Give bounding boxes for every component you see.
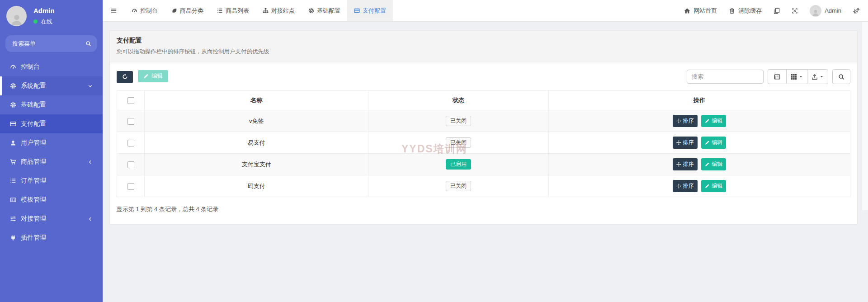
table-row: 支付宝支付 已启用 排序 编辑 bbox=[117, 154, 850, 175]
sidebar-item-label: 订单管理 bbox=[21, 177, 46, 185]
online-status-dot bbox=[33, 19, 38, 24]
edit-button[interactable]: 编辑 bbox=[701, 180, 726, 192]
table-head: 名称状态操作 bbox=[117, 91, 850, 110]
menu-search-box[interactable] bbox=[5, 35, 97, 52]
column-header[interactable]: 名称 bbox=[145, 91, 368, 110]
sidebar-item-product-management[interactable]: 商品管理 bbox=[0, 152, 103, 171]
pages-button[interactable] bbox=[768, 0, 786, 21]
columns-button[interactable] bbox=[786, 69, 807, 84]
clear-cache-button[interactable]: 清除缓存 bbox=[723, 0, 768, 21]
status-badge: 已关闭 bbox=[446, 137, 471, 148]
sitemap-icon bbox=[263, 7, 269, 14]
toolbar-right bbox=[687, 69, 850, 84]
column-header[interactable]: 操作 bbox=[548, 91, 850, 110]
sort-button[interactable]: 排序 bbox=[673, 137, 698, 149]
list-icon bbox=[10, 178, 18, 184]
edit-button[interactable]: 编辑 bbox=[701, 158, 726, 170]
sort-button[interactable]: 排序 bbox=[673, 115, 698, 127]
row-checkbox[interactable] bbox=[127, 183, 134, 190]
search-button[interactable] bbox=[832, 69, 850, 84]
row-checkbox[interactable] bbox=[127, 161, 134, 168]
select-all-checkbox[interactable] bbox=[127, 97, 134, 104]
tab-integration-site[interactable]: 对接站点 bbox=[256, 0, 302, 21]
sidebar-item-integration-management[interactable]: 对接管理 bbox=[0, 209, 103, 228]
panel-heading: 支付配置 您可以拖动操作栏中的排序按钮，从而控制用户支付的优先级 bbox=[110, 31, 857, 62]
tab-product-category[interactable]: 商品分类 bbox=[165, 0, 210, 21]
row-checkbox[interactable] bbox=[127, 140, 134, 146]
topbar: 控制台 商品分类 商品列表 对接站点 基础配置 支付配置 网站首页 清除缓存 A… bbox=[103, 0, 868, 22]
gear-icon bbox=[10, 102, 18, 108]
export-button[interactable] bbox=[807, 69, 828, 84]
topbar-right: 网站首页 清除缓存 Admin bbox=[678, 0, 868, 21]
sidebar-item-order-management[interactable]: 订单管理 bbox=[0, 171, 103, 190]
chevron-left-icon bbox=[88, 217, 93, 222]
grid-icon bbox=[791, 74, 797, 80]
chevron-left-icon bbox=[88, 160, 93, 165]
fullscreen-button[interactable] bbox=[786, 0, 804, 21]
user-name: Admin bbox=[33, 7, 55, 15]
menu-search-input[interactable] bbox=[11, 40, 85, 47]
table-search-input[interactable] bbox=[687, 70, 764, 84]
topbar-avatar bbox=[810, 5, 821, 17]
tab-basic-config[interactable]: 基础配置 bbox=[302, 0, 347, 21]
payment-config-panel: 支付配置 您可以拖动操作栏中的排序按钮，从而控制用户支付的优先级 编辑 bbox=[109, 30, 858, 225]
sidebar-item-basic-config[interactable]: 基础配置 bbox=[0, 95, 103, 114]
scrollbar-track[interactable] bbox=[862, 22, 868, 210]
tab-label: 控制台 bbox=[140, 7, 158, 15]
refresh-button[interactable] bbox=[117, 71, 133, 83]
edit-toolbar-button[interactable]: 编辑 bbox=[138, 70, 168, 82]
cart-icon bbox=[10, 159, 18, 165]
copy-icon bbox=[774, 8, 780, 14]
table-toolbar: 编辑 bbox=[117, 69, 850, 84]
sidebar-item-label: 基础配置 bbox=[21, 101, 46, 109]
sidebar-item-payment-config[interactable]: 支付配置 bbox=[0, 114, 103, 133]
sidebar-item-label: 商品管理 bbox=[21, 158, 46, 166]
trash-icon bbox=[729, 8, 735, 14]
sidebar-item-user-management[interactable]: 用户管理 bbox=[0, 133, 103, 152]
cogs-icon bbox=[853, 8, 859, 14]
edit-button[interactable]: 编辑 bbox=[701, 137, 726, 149]
tab-dashboard[interactable]: 控制台 bbox=[125, 0, 165, 21]
sort-button[interactable]: 排序 bbox=[673, 158, 698, 170]
search-icon[interactable] bbox=[85, 40, 91, 47]
sidebar-item-label: 插件管理 bbox=[21, 234, 46, 242]
user-panel: Admin 在线 bbox=[0, 0, 103, 31]
main-column: 控制台 商品分类 商品列表 对接站点 基础配置 支付配置 网站首页 清除缓存 A… bbox=[103, 0, 868, 302]
sidebar-item-dashboard[interactable]: 控制台 bbox=[0, 57, 103, 76]
site-home-link[interactable]: 网站首页 bbox=[678, 0, 723, 21]
list-alt-icon bbox=[774, 74, 780, 80]
payment-name: v免签 bbox=[145, 110, 368, 132]
tab-payment-config[interactable]: 支付配置 bbox=[347, 0, 393, 21]
gauge-icon bbox=[132, 7, 137, 14]
topbar-username: Admin bbox=[825, 7, 841, 14]
person-icon bbox=[10, 13, 24, 26]
sidebar-item-label: 对接管理 bbox=[21, 215, 46, 223]
tab-label: 商品列表 bbox=[226, 7, 249, 15]
sidebar-item-label: 用户管理 bbox=[21, 139, 46, 147]
topbar-user-menu[interactable]: Admin bbox=[804, 0, 847, 21]
row-checkbox[interactable] bbox=[127, 118, 134, 125]
sidebar-toggle-button[interactable] bbox=[103, 0, 125, 21]
sidebar-item-plugin-management[interactable]: 插件管理 bbox=[0, 228, 103, 247]
payments-table: 名称状态操作 v免签 已关闭 排序 编辑 易支付 已关闭 排序 编辑 支付宝支付… bbox=[117, 90, 850, 197]
settings-button[interactable] bbox=[847, 0, 865, 21]
panel-body: 编辑 名称状态操作 bbox=[110, 62, 857, 224]
tab-label: 商品分类 bbox=[180, 7, 203, 15]
user-icon bbox=[10, 140, 18, 146]
tab-product-list[interactable]: 商品列表 bbox=[210, 0, 256, 21]
gauge-icon bbox=[10, 64, 18, 70]
table-body: v免签 已关闭 排序 编辑 易支付 已关闭 排序 编辑 支付宝支付 已启用 排序… bbox=[117, 110, 850, 197]
sort-button[interactable]: 排序 bbox=[673, 180, 698, 192]
payment-name: 支付宝支付 bbox=[145, 154, 368, 175]
sidebar-item-label: 系统配置 bbox=[21, 82, 46, 90]
sliders-icon bbox=[10, 216, 18, 222]
sidebar-item-template-management[interactable]: 模板管理 bbox=[0, 190, 103, 209]
search-icon bbox=[838, 74, 844, 80]
user-avatar[interactable] bbox=[6, 6, 27, 26]
detail-view-button[interactable] bbox=[768, 69, 787, 84]
edit-button[interactable]: 编辑 bbox=[701, 115, 726, 127]
payment-name: 易支付 bbox=[145, 132, 368, 154]
sidebar-item-system-config[interactable]: 系统配置 bbox=[0, 76, 103, 95]
column-header[interactable]: 状态 bbox=[368, 91, 548, 110]
pencil-icon bbox=[143, 73, 149, 79]
